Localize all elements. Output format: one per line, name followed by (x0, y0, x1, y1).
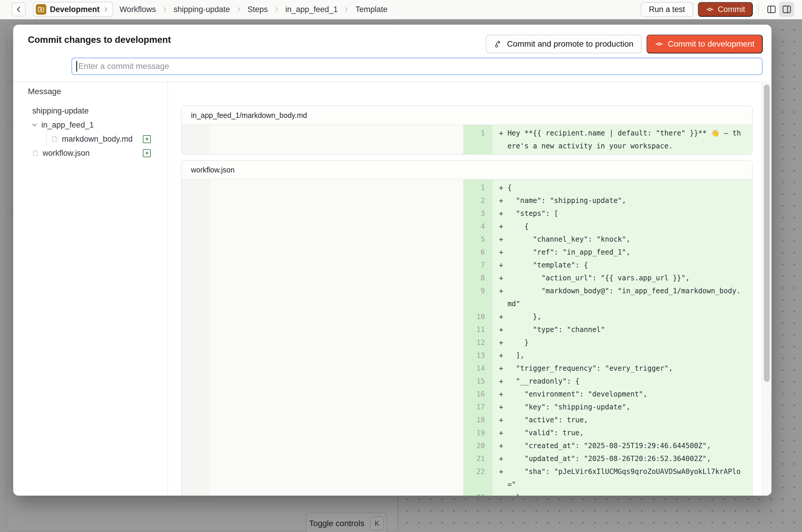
modal-title: Commit changes to development (28, 35, 171, 45)
tree-item-file[interactable]: workflow.json (13, 146, 168, 160)
diff-scrollbar-thumb[interactable] (764, 84, 770, 382)
diff-body: 1+ Hey **{{ recipient.name | default: "t… (182, 125, 752, 154)
commit-message-input[interactable]: Enter a commit message (71, 57, 763, 75)
diff-line-code: + "updated_at": "2025-08-26T20:26:52.364… (492, 452, 711, 465)
tree-item-file[interactable]: markdown_body.md (13, 132, 168, 146)
diff-line-code: + "template": { (492, 259, 588, 271)
panel-right-icon (782, 4, 792, 14)
diff-line-number: 21 (463, 452, 492, 465)
diff-line: 8+ "action_url": "{{ vars.app_url }}", (182, 271, 752, 284)
chevron-down-icon (31, 121, 38, 129)
diff-line-number: 5 (463, 233, 492, 246)
diff-line: ere's a new activity in your workspace. (182, 139, 752, 152)
environment-switcher[interactable]: Development (33, 2, 113, 17)
diff-line-code: + "ref": "in_app_feed_1", (492, 246, 630, 259)
tree-item-label: shipping-update (32, 107, 89, 116)
diff-line-code: + { (492, 220, 528, 233)
diff-line-code: =" (492, 478, 516, 491)
promote-branch-icon (494, 40, 503, 49)
diff-line: md" (182, 297, 752, 310)
breadcrumb-item-shipping-update[interactable]: shipping-update (174, 5, 230, 14)
diff-line-code: + "name": "shipping-update", (492, 194, 626, 207)
diff-line-number: 2 (463, 194, 492, 207)
diff-line-code: + "sha": "pJeLVir6xIlUCMGqs9qroZoUAVDSwA… (492, 465, 741, 478)
plus-icon (144, 150, 150, 156)
breadcrumb-item-template[interactable]: Template (355, 5, 388, 14)
diff-line-code: + "steps": [ (492, 207, 558, 220)
breadcrumb-item-workflows[interactable]: Workflows (120, 5, 156, 14)
tree-item-workflow-root[interactable]: shipping-update (13, 104, 168, 118)
run-test-button[interactable]: Run a test (641, 2, 693, 17)
chevron-right-icon (343, 6, 349, 13)
message-placeholder: Enter a commit message (78, 62, 169, 71)
diff-line-number: 11 (463, 323, 492, 336)
added-file-plus-icon[interactable] (143, 135, 151, 143)
back-button[interactable] (12, 2, 26, 16)
tree-item-folder[interactable]: in_app_feed_1 (13, 118, 168, 132)
diff-scrollbar-track[interactable] (762, 83, 771, 496)
diff-line-code: + } (492, 336, 528, 349)
commit-to-development-label: Commit to development (668, 39, 754, 49)
tree-item-label: markdown_body.md (62, 135, 133, 144)
diff-line-code: + } (492, 491, 520, 496)
diff-file-name: in_app_feed_1/markdown_body.md (182, 106, 752, 125)
diff-line: 3+ "steps": [ (182, 207, 752, 220)
added-file-plus-icon[interactable] (143, 149, 151, 157)
breadcrumb-item-steps[interactable]: Steps (247, 5, 268, 14)
diff-line-code: + "valid": true, (492, 426, 584, 439)
file-icon (51, 135, 58, 143)
diff-line-code: + { (492, 181, 511, 194)
diff-line-number: 20 (463, 439, 492, 452)
diff-line-number: 19 (463, 426, 492, 439)
diff-line: 20+ "created_at": "2025-08-25T19:29:46.6… (182, 439, 752, 452)
diff-line-number: 12 (463, 336, 492, 349)
diff-line-code: md" (492, 297, 520, 310)
commit-button[interactable]: Commit (698, 2, 753, 17)
toggle-right-panel-button[interactable] (779, 2, 795, 17)
diff-line-number: 10 (463, 310, 492, 323)
diff-line-code: + "action_url": "{{ vars.app_url }}", (492, 271, 690, 284)
diff-line-number: 18 (463, 414, 492, 426)
diff-line-number: 4 (463, 220, 492, 233)
diff-line: 10+ }, (182, 310, 752, 323)
diff-line-number: 16 (463, 388, 492, 401)
diff-line-number: 8 (463, 271, 492, 284)
diff-line: 2+ "name": "shipping-update", (182, 194, 752, 207)
diff-file-name: workflow.json (182, 161, 752, 179)
diff-line-code: + "type": "channel" (492, 323, 605, 336)
diff-line-number (463, 297, 492, 310)
diff-line: 17+ "key": "shipping-update", (182, 401, 752, 414)
tree-indent-guide (46, 130, 47, 147)
diff-panel: workflow.json1+ {2+ "name": "shipping-up… (181, 160, 753, 496)
top-navigation-bar: Development Workflowsshipping-updateStep… (0, 0, 802, 19)
commit-and-promote-button[interactable]: Commit and promote to production (486, 35, 641, 53)
diff-line-number: 13 (463, 349, 492, 362)
diff-line: 13+ ], (182, 349, 752, 362)
diff-line: 21+ "updated_at": "2025-08-26T20:26:52.3… (182, 452, 752, 465)
diff-line-code: + "markdown_body@": "in_app_feed_1/markd… (492, 284, 741, 297)
breadcrumb: Workflowsshipping-updateStepsin_app_feed… (120, 5, 388, 14)
modal-actions: Commit and promote to production Commit … (486, 35, 763, 53)
toggle-left-panel-button[interactable] (764, 2, 779, 17)
diff-line: 7+ "template": { (182, 259, 752, 271)
panel-left-icon (766, 4, 777, 14)
diff-line: 1+ { (182, 181, 752, 194)
diff-line-number: 15 (463, 375, 492, 388)
diff-line: 23+ } (182, 491, 752, 496)
breadcrumb-item-in-app-feed-1[interactable]: in_app_feed_1 (285, 5, 338, 14)
diff-panels-area: in_app_feed_1/markdown_body.md1+ Hey **{… (169, 82, 771, 496)
diff-line-number: 1 (463, 181, 492, 194)
toolbar-divider (758, 3, 759, 15)
chevron-right-icon (236, 6, 242, 13)
diff-line-number: 17 (463, 401, 492, 414)
commit-icon (655, 40, 664, 49)
diff-line-code: + "trigger_frequency": "every_trigger", (492, 362, 673, 375)
diff-line: 16+ "environment": "development", (182, 388, 752, 401)
commit-to-development-button[interactable]: Commit to development (647, 35, 763, 53)
diff-line-number (463, 478, 492, 491)
diff-line-code: + "created_at": "2025-08-25T19:29:46.644… (492, 439, 711, 452)
diff-line-number: 3 (463, 207, 492, 220)
diff-line: 4+ { (182, 220, 752, 233)
diff-line: 18+ "active": true, (182, 414, 752, 426)
diff-line: =" (182, 478, 752, 491)
